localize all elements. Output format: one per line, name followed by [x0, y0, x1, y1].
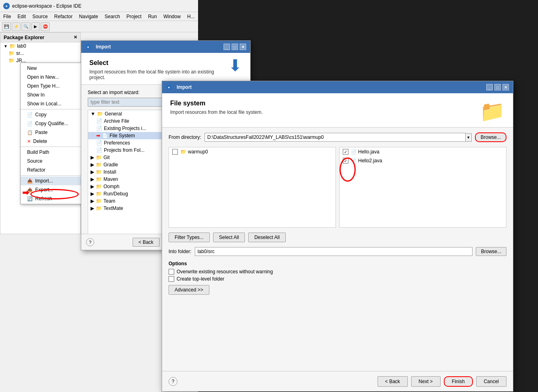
- menu-refactor[interactable]: Refactor: [51, 12, 76, 21]
- dialog-select-icon: ●: [85, 44, 91, 50]
- folder-team-icon: 📁: [96, 198, 102, 204]
- menu-search[interactable]: Search: [101, 12, 123, 21]
- select-all-button[interactable]: Select All: [213, 233, 245, 242]
- tree-label-src: sr...: [16, 50, 24, 56]
- dialog-select-back[interactable]: < Back: [133, 238, 160, 247]
- copy-qual-icon: 📄: [27, 121, 33, 126]
- file-panels: 📁 warmup0 ✓ 📄 Hello.java ✓ 📄 Hello2.java: [169, 147, 506, 228]
- menu-source[interactable]: Source: [29, 12, 51, 21]
- tree-item-lab0[interactable]: ▼ 📁 lab0: [0, 42, 80, 50]
- dialog-fs-next[interactable]: Next >: [411, 376, 441, 387]
- menu-run[interactable]: Run: [145, 12, 160, 21]
- dialog-fs-close[interactable]: ✕: [502, 84, 509, 90]
- from-dir-dropdown[interactable]: ▾: [466, 133, 472, 142]
- folder-textmate-icon: 📁: [96, 205, 102, 211]
- dialog-fs-footer: ? < Back Next > Finish Cancel: [162, 371, 513, 391]
- menu-window[interactable]: Window: [160, 12, 184, 21]
- tree-item-src[interactable]: 📁 sr...: [0, 50, 80, 57]
- folder-install-icon: 📁: [96, 169, 102, 175]
- tree-archive-label: Archive File: [104, 118, 129, 124]
- advanced-button[interactable]: Advanced >>: [169, 285, 209, 295]
- dialog-select-titlebar-btns: _ □ ✕: [224, 44, 246, 50]
- eclipse-icon: ●: [3, 3, 10, 9]
- checkbox-overwrite[interactable]: [169, 269, 174, 275]
- checkbox-hello[interactable]: ✓: [343, 149, 348, 155]
- dialog-select-minimize[interactable]: _: [224, 44, 230, 50]
- menu-file[interactable]: File: [0, 12, 14, 21]
- file-existing-icon: 📄: [96, 126, 102, 131]
- right-panel-hello[interactable]: ✓ 📄 Hello.java: [340, 147, 506, 156]
- checkbox-toplevel[interactable]: [169, 276, 174, 282]
- folder-git-icon: 📁: [96, 155, 102, 160]
- from-dir-row: From directory: ▾ Browse...: [169, 132, 506, 142]
- dialog-fs-maximize[interactable]: □: [494, 84, 501, 90]
- folder-oomph-icon: 📁: [96, 184, 102, 189]
- menu-project[interactable]: Project: [123, 12, 145, 21]
- dialog-select-maximize[interactable]: □: [232, 44, 238, 50]
- chevron-right-textmate: ▶: [91, 205, 94, 211]
- dialog-select-help[interactable]: ?: [86, 238, 94, 246]
- right-panel-hello2[interactable]: ✓ 📄 Hello2.java: [340, 156, 506, 165]
- toolbar-btn-4[interactable]: ▶: [31, 22, 40, 31]
- dialog-fs-back[interactable]: < Back: [378, 376, 408, 387]
- tree-gradle-label: Gradle: [103, 162, 118, 168]
- paste-icon: 📋: [27, 130, 33, 135]
- folder-gradle-icon: 📁: [96, 162, 102, 168]
- dialog-fs-help[interactable]: ?: [169, 377, 177, 386]
- browse-button-1[interactable]: Browse...: [475, 132, 506, 142]
- dialog-fs-header: File system Import resources from the lo…: [162, 93, 513, 128]
- menu-navigate[interactable]: Navigate: [76, 12, 101, 21]
- import-header-icon: ⬇: [228, 56, 242, 75]
- browse-button-2[interactable]: Browse...: [476, 247, 506, 256]
- option-toplevel-label: Create top-level folder: [177, 276, 224, 282]
- toolbar-btn-2[interactable]: ⚡: [12, 22, 21, 31]
- dialog-select-header-subtitle: Import resources from the local file sys…: [89, 69, 242, 80]
- checkbox-hello2[interactable]: ✓: [343, 158, 348, 164]
- tree-textmate-label: TextMate: [103, 205, 123, 211]
- tree-rundebug-label: Run/Debug: [103, 191, 128, 197]
- from-dir-label: From directory:: [169, 134, 201, 140]
- package-explorer-title: Package Explorer: [4, 35, 44, 40]
- checkbox-warmup0[interactable]: [172, 149, 178, 155]
- package-explorer-header: Package Explorer ✕: [0, 33, 80, 42]
- into-folder-row: Into folder: Browse...: [169, 247, 506, 256]
- option-row-toplevel: Create top-level folder: [169, 276, 506, 282]
- toolbar-btn-1[interactable]: 💾: [2, 22, 11, 31]
- left-panel-warmup0[interactable]: 📁 warmup0: [169, 147, 335, 156]
- file-prefs-icon: 📄: [96, 140, 102, 146]
- folder-warmup0-icon: 📁: [180, 149, 186, 155]
- dialog-fs-title: Import: [177, 84, 192, 90]
- toolbar-btn-5[interactable]: ⛔: [41, 22, 50, 31]
- tree-preferences-label: Preferences: [104, 140, 130, 146]
- option-overwrite-label: Overwrite existing resources without war…: [177, 269, 273, 275]
- dialog-fs-minimize[interactable]: _: [486, 84, 493, 90]
- tree-projects-label: Projects from Fol...: [104, 147, 145, 153]
- tree-git-label: Git: [103, 155, 110, 160]
- from-dir-input[interactable]: [205, 133, 466, 142]
- tree-team-label: Team: [103, 198, 115, 204]
- import-icon: 📥: [27, 178, 33, 184]
- dialog-fs-finish[interactable]: Finish: [444, 376, 473, 387]
- menu-edit[interactable]: Edit: [14, 12, 29, 21]
- left-file-panel: 📁 warmup0: [169, 147, 336, 228]
- chevron-right-team: ▶: [91, 198, 94, 204]
- dialog-fs-cancel[interactable]: Cancel: [476, 376, 506, 387]
- menu-help[interactable]: H...: [184, 12, 198, 21]
- filter-types-button[interactable]: Filter Types...: [169, 233, 210, 242]
- red-arrow-icon: ➡: [96, 133, 100, 138]
- copy-icon: 📄: [27, 112, 33, 117]
- dialog-fs-header-left: File system Import resources from the lo…: [170, 100, 263, 115]
- toolbar-btn-3[interactable]: 🔍: [21, 22, 30, 31]
- dialog-fs-body: From directory: ▾ Browse... 📁 warmup0 ✓ …: [162, 128, 513, 304]
- dialog-select-header-title: Select: [89, 59, 242, 67]
- dialog-fs-footer-btns: < Back Next > Finish Cancel: [378, 376, 506, 387]
- into-folder-input[interactable]: [195, 247, 473, 256]
- package-explorer-close[interactable]: ✕: [74, 35, 77, 40]
- tree-maven-label: Maven: [103, 176, 118, 182]
- deselect-all-button[interactable]: Deselect All: [248, 233, 286, 242]
- dialog-select-close[interactable]: ✕: [240, 44, 246, 50]
- chevron-right-rundebug: ▶: [91, 191, 94, 197]
- hello-label: Hello.java: [358, 149, 380, 155]
- dialog-select-titlebar: ● Import _ □ ✕: [81, 41, 250, 53]
- dialog-fs-titlebar: ● Import _ □ ✕: [162, 81, 513, 93]
